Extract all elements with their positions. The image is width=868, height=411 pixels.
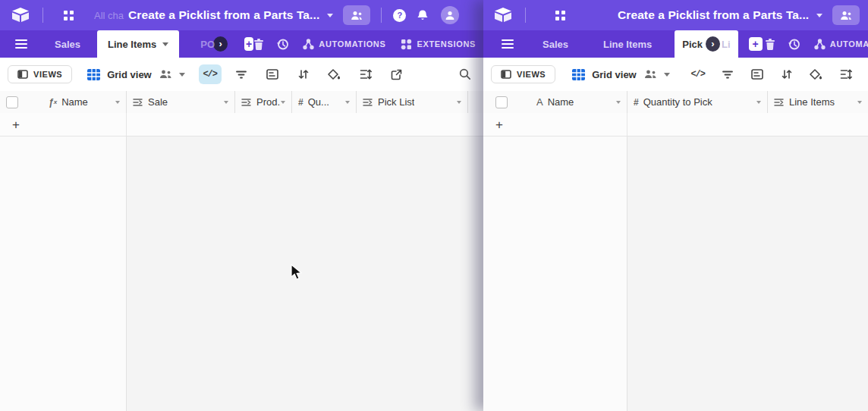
user-avatar[interactable] bbox=[441, 6, 459, 24]
column-caret-icon[interactable] bbox=[224, 101, 228, 104]
help-icon[interactable]: ? bbox=[393, 9, 406, 22]
table-tab-bar: Sales Line Items PO › + AUTOMATIONS bbox=[0, 30, 483, 58]
grid-empty-area[interactable] bbox=[483, 136, 868, 411]
filter-icon[interactable] bbox=[716, 64, 739, 84]
scroll-tabs-chevron-icon[interactable]: › bbox=[706, 36, 720, 52]
airtable-before-after: All cha Create a Picklist from a Parts T… bbox=[0, 0, 868, 411]
views-sidebar-icon bbox=[501, 70, 511, 79]
add-record-plus-icon[interactable]: + bbox=[12, 118, 20, 131]
share-button[interactable] bbox=[343, 5, 370, 25]
primary-column-strip bbox=[483, 136, 627, 411]
row-height-icon[interactable] bbox=[835, 64, 857, 84]
view-caret-icon[interactable] bbox=[664, 73, 670, 77]
tab-line-items[interactable]: Line Items bbox=[97, 30, 179, 58]
search-icon[interactable] bbox=[459, 68, 471, 80]
top-bar: All cha Create a Picklist from a Parts T… bbox=[0, 0, 483, 30]
view-toolbar: VIEWS Grid view </> bbox=[483, 58, 868, 92]
add-record-row[interactable]: + bbox=[483, 113, 868, 136]
add-table-button[interactable]: + bbox=[749, 37, 763, 51]
app-grid-icon[interactable] bbox=[63, 10, 74, 21]
table-tab-bar: Sales Line Items Pick › Li + AUTOMATIONS bbox=[483, 30, 868, 58]
column-header-name[interactable]: ƒx Name bbox=[0, 91, 127, 113]
view-collaborators-icon bbox=[159, 70, 172, 79]
automations-nav[interactable]: AUTOMATIONS bbox=[814, 39, 868, 50]
number-field-icon: # bbox=[298, 97, 303, 108]
view-name[interactable]: Grid view bbox=[107, 69, 152, 80]
number-field-icon: # bbox=[634, 97, 639, 108]
views-button[interactable]: VIEWS bbox=[8, 65, 72, 83]
column-header-pick-list[interactable]: Pick List bbox=[357, 91, 468, 113]
linked-record-field-icon bbox=[774, 98, 785, 107]
select-all-checkbox[interactable] bbox=[495, 96, 508, 108]
color-icon[interactable] bbox=[323, 64, 346, 84]
views-sidebar-icon bbox=[17, 70, 28, 79]
view-toolbar: VIEWS Grid view </> bbox=[0, 58, 483, 92]
base-title[interactable]: Create a Picklist from a Parts Ta... bbox=[618, 8, 809, 22]
add-record-plus-icon[interactable]: + bbox=[495, 118, 503, 131]
trash-icon[interactable] bbox=[765, 38, 775, 50]
sort-icon[interactable] bbox=[775, 64, 798, 84]
single-line-text-field-icon: A bbox=[536, 96, 543, 108]
tab-caret-icon[interactable] bbox=[162, 42, 168, 46]
select-all-checkbox[interactable] bbox=[6, 96, 18, 108]
share-button[interactable] bbox=[832, 5, 860, 25]
column-caret-icon[interactable] bbox=[616, 101, 621, 104]
column-caret-icon[interactable] bbox=[281, 101, 285, 104]
view-caret-icon[interactable] bbox=[179, 73, 185, 77]
column-caret-icon[interactable] bbox=[115, 101, 120, 104]
column-header-line-items[interactable]: Line Items bbox=[768, 91, 868, 113]
column-header-quantity[interactable]: # Qu... bbox=[292, 91, 357, 113]
share-view-icon[interactable] bbox=[385, 64, 408, 84]
airtable-logo-icon[interactable] bbox=[11, 7, 30, 24]
primary-column-strip bbox=[0, 136, 127, 411]
column-caret-icon[interactable] bbox=[756, 101, 761, 104]
sidebar-menu-icon[interactable] bbox=[502, 39, 514, 49]
base-title[interactable]: Create a Picklist from a Parts Ta... bbox=[128, 8, 319, 22]
add-record-row[interactable]: + bbox=[0, 113, 483, 136]
divider bbox=[525, 8, 526, 23]
title-caret-icon[interactable] bbox=[327, 14, 333, 17]
filter-icon[interactable] bbox=[230, 64, 253, 84]
view-name[interactable]: Grid view bbox=[592, 69, 637, 80]
tab-line-items[interactable]: Line Items bbox=[593, 39, 662, 50]
grid-view-icon[interactable] bbox=[87, 69, 100, 80]
tab-po[interactable]: PO bbox=[190, 39, 216, 50]
column-header-sale[interactable]: Sale bbox=[127, 91, 235, 113]
grid-empty-area[interactable] bbox=[0, 136, 483, 411]
column-caret-icon[interactable] bbox=[457, 101, 461, 104]
group-icon[interactable] bbox=[261, 64, 284, 84]
sidebar-menu-icon[interactable] bbox=[15, 39, 27, 49]
trash-icon[interactable] bbox=[253, 38, 264, 50]
column-caret-icon[interactable] bbox=[857, 101, 862, 104]
history-icon[interactable] bbox=[788, 38, 800, 51]
column-header-product[interactable]: Prod... bbox=[235, 91, 292, 113]
notifications-bell-icon[interactable] bbox=[417, 9, 429, 22]
column-header-name[interactable]: A Name bbox=[483, 91, 627, 113]
tab-pick-list[interactable]: Pick › Li bbox=[675, 30, 737, 58]
row-height-icon[interactable] bbox=[354, 64, 377, 84]
airtable-logo-icon[interactable] bbox=[493, 7, 513, 24]
mouse-cursor bbox=[291, 264, 303, 281]
title-caret-icon[interactable] bbox=[816, 14, 822, 17]
tab-sales[interactable]: Sales bbox=[532, 39, 579, 50]
view-collaborators-icon bbox=[644, 70, 657, 79]
add-table-button[interactable]: + bbox=[244, 37, 253, 51]
extensions-nav[interactable]: EXTENSIONS bbox=[401, 39, 476, 50]
tab-sales[interactable]: Sales bbox=[44, 39, 91, 50]
table-header-row: A Name # Quantity to Pick Line Items bbox=[483, 91, 868, 114]
extensions-icon bbox=[401, 39, 412, 50]
sort-icon[interactable] bbox=[292, 64, 315, 84]
column-caret-icon[interactable] bbox=[345, 101, 350, 104]
history-icon[interactable] bbox=[276, 38, 289, 51]
grid-view-icon[interactable] bbox=[572, 69, 585, 80]
views-button[interactable]: VIEWS bbox=[491, 65, 555, 83]
automations-nav[interactable]: AUTOMATIONS bbox=[303, 39, 385, 50]
hide-fields-icon[interactable]: </> bbox=[199, 64, 222, 84]
column-header-quantity-to-pick[interactable]: # Quantity to Pick bbox=[627, 91, 768, 113]
group-icon[interactable] bbox=[746, 64, 769, 84]
ghost-saved-text: All cha bbox=[94, 10, 124, 21]
app-grid-icon[interactable] bbox=[555, 10, 566, 21]
color-icon[interactable] bbox=[805, 64, 828, 84]
hide-fields-icon[interactable]: </> bbox=[687, 64, 709, 84]
automations-icon bbox=[814, 39, 826, 50]
